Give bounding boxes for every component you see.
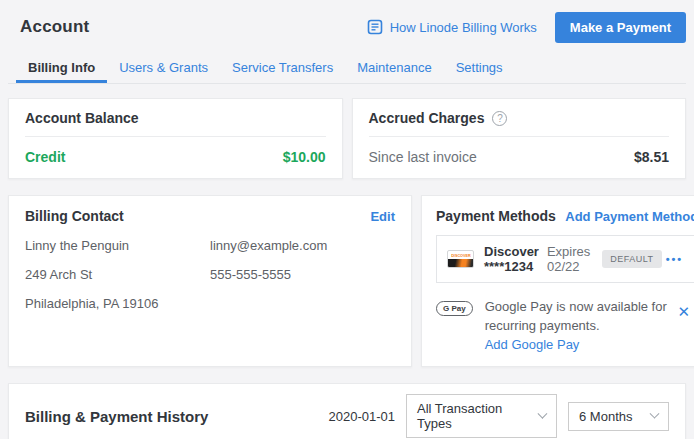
billing-contact-card: Billing Contact Edit Linny the Penguin 2…	[8, 195, 412, 367]
make-payment-button[interactable]: Make a Payment	[555, 12, 686, 43]
since-last-invoice-label: Since last invoice	[369, 149, 477, 165]
default-badge: DEFAULT	[602, 250, 661, 268]
credit-label: Credit	[25, 149, 65, 165]
detail-cards: Billing Contact Edit Linny the Penguin 2…	[8, 195, 686, 367]
tab-maintenance[interactable]: Maintenance	[345, 51, 443, 83]
tab-billing-info[interactable]: Billing Info	[16, 51, 107, 83]
billing-history-card: Billing & Payment History 2020-01-01 All…	[8, 383, 686, 439]
card-expiry-label: Expires 02/22	[547, 244, 590, 274]
google-pay-message: Google Pay is now available for recurrin…	[485, 299, 667, 333]
billing-contact-title: Billing Contact	[25, 208, 124, 224]
how-billing-works-link[interactable]: How Linode Billing Works	[367, 19, 537, 35]
add-google-pay-link[interactable]: Add Google Pay	[485, 337, 580, 352]
accrued-charges-card: Accrued Charges ? Since last invoice $8.…	[352, 98, 687, 179]
payment-method-row: DISCOVER Discover ****1234 Expires 02/22…	[436, 235, 694, 283]
time-range-select[interactable]: 6 Months	[568, 402, 669, 431]
history-filters: 2020-01-01 All Transaction Types 6 Month…	[329, 394, 670, 438]
add-payment-method-link[interactable]: Add Payment Method	[565, 209, 694, 224]
document-icon	[367, 19, 383, 35]
how-billing-works-label: How Linode Billing Works	[390, 20, 537, 35]
google-pay-icon: G Pay	[436, 301, 473, 316]
contact-email: linny@example.com	[210, 238, 395, 253]
history-start-date: 2020-01-01	[329, 409, 396, 424]
account-tabs: Billing Info Users & Grants Service Tran…	[8, 51, 686, 84]
tab-settings[interactable]: Settings	[444, 51, 515, 83]
tab-service-transfers[interactable]: Service Transfers	[220, 51, 345, 83]
payment-methods-title: Payment Methods	[436, 208, 556, 224]
chevron-down-icon	[650, 408, 660, 418]
contact-name: Linny the Penguin	[25, 238, 210, 253]
summary-cards: Account Balance Credit $10.00 Accrued Ch…	[8, 98, 686, 179]
payment-methods-card: Payment Methods Add Payment Method DISCO…	[421, 195, 694, 367]
contact-phone: 555-555-5555	[210, 267, 395, 282]
account-balance-title: Account Balance	[25, 110, 139, 126]
help-icon[interactable]: ?	[492, 111, 507, 126]
divider	[25, 136, 326, 137]
header-actions: How Linode Billing Works Make a Payment	[367, 12, 686, 43]
billing-page: Account How Linode Billing Works Make a …	[0, 0, 694, 439]
contact-comm-column: linny@example.com 555-555-5555	[210, 238, 395, 325]
close-icon[interactable]: ✕	[678, 297, 694, 321]
discover-card-icon: DISCOVER	[447, 250, 474, 268]
time-range-value: 6 Months	[579, 409, 632, 424]
billing-history-title: Billing & Payment History	[25, 408, 208, 425]
page-header: Account How Linode Billing Works Make a …	[8, 8, 686, 42]
edit-contact-link[interactable]: Edit	[370, 209, 395, 224]
page-title: Account	[20, 17, 89, 37]
contact-address1: 249 Arch St	[25, 267, 210, 282]
accrued-amount: $8.51	[634, 149, 669, 165]
transaction-type-select[interactable]: All Transaction Types	[406, 394, 557, 438]
card-number-label: Discover ****1234	[484, 244, 539, 274]
contact-address-column: Linny the Penguin 249 Arch St Philadelph…	[25, 238, 210, 325]
transaction-type-value: All Transaction Types	[417, 401, 531, 431]
accrued-charges-title: Accrued Charges	[369, 110, 485, 126]
card-actions-menu-icon[interactable]: •••	[662, 251, 688, 267]
contact-address2: Philadelphia, PA 19106	[25, 296, 210, 311]
google-pay-banner: G Pay Google Pay is now available for re…	[436, 297, 694, 354]
divider	[369, 136, 670, 137]
chevron-down-icon	[538, 408, 548, 418]
tab-users-grants[interactable]: Users & Grants	[107, 51, 220, 83]
credit-amount: $10.00	[283, 149, 326, 165]
account-balance-card: Account Balance Credit $10.00	[8, 98, 343, 179]
